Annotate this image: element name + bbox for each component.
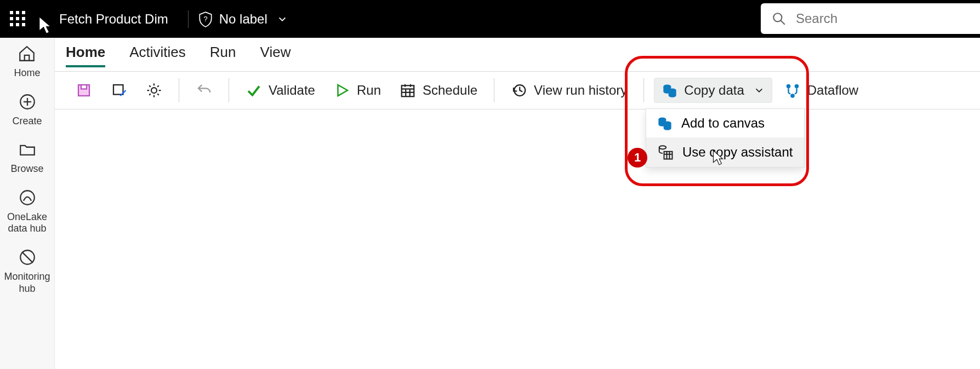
tab-run[interactable]: Run [210,44,236,67]
toolbar-separator [229,78,229,102]
validate-button[interactable]: Validate [239,79,322,102]
save-icon [76,82,92,99]
toolbar-separator [643,78,644,102]
save-edit-icon [111,82,127,99]
home-icon [18,44,36,63]
dataflow-icon [784,82,801,99]
tab-view[interactable]: View [260,44,291,67]
annotation-badge: 1 [628,148,647,168]
dropdown-use-copy-assistant[interactable]: Use copy assistant [646,137,804,167]
nav-monitoring[interactable]: Monitoring hub [0,248,54,295]
left-nav: Home Create Browse OneLake data hub Moni… [0,38,55,369]
schedule-label: Schedule [423,83,477,98]
history-icon [511,82,527,99]
svg-marker-13 [338,85,347,96]
svg-point-1 [773,13,782,21]
svg-rect-11 [113,85,123,95]
run-button[interactable]: Run [327,79,388,102]
copy-data-button[interactable]: Copy data [654,78,772,103]
calendar-icon [400,82,416,99]
dropdown-add-to-canvas[interactable]: Add to canvas [646,109,804,137]
toolbar: Validate Run Schedule View run history C… [55,71,980,109]
database-icon [657,116,673,131]
settings-button[interactable] [139,79,169,102]
dataflow-label: Dataflow [807,83,858,98]
page-title: Fetch Product Dim [59,11,168,27]
svg-rect-30 [664,152,673,159]
search-icon [772,11,786,26]
nav-label: Browse [10,163,43,175]
svg-point-26 [790,94,795,98]
check-icon [246,82,262,99]
view-history-button[interactable]: View run history [504,79,634,102]
svg-point-25 [795,84,799,89]
toolbar-separator [494,78,494,102]
tab-home[interactable]: Home [66,44,105,67]
save-button[interactable] [69,79,99,102]
ribbon-tabs: Home Activities Run View [66,44,290,67]
view-history-label: View run history [534,83,627,98]
play-icon [334,82,350,99]
save-as-button[interactable] [104,79,134,102]
svg-line-8 [22,252,33,263]
onelake-icon [18,188,37,207]
copy-data-label: Copy data [684,83,744,98]
nav-label: OneLake data hub [0,211,54,235]
svg-line-2 [780,20,785,25]
svg-rect-10 [81,85,87,89]
undo-button[interactable] [189,79,219,102]
nav-label: Create [12,116,42,128]
chevron-down-icon [754,85,764,95]
sensitivity-label-dropdown[interactable]: No label [219,11,287,27]
undo-icon [196,82,212,99]
nav-label: Home [14,67,40,79]
svg-point-6 [20,191,35,205]
folder-icon [18,140,37,159]
gear-icon [146,82,162,99]
nav-create[interactable]: Create [12,93,42,128]
copy-data-dropdown: Add to canvas Use copy assistant [646,108,805,168]
dataflow-button[interactable]: Dataflow [778,79,865,102]
search-input[interactable] [796,11,960,26]
nav-browse[interactable]: Browse [10,140,43,175]
nav-home[interactable]: Home [14,44,40,79]
nav-label: Monitoring hub [0,271,54,295]
monitoring-icon [18,248,37,267]
tab-activities[interactable]: Activities [129,44,186,67]
sensitivity-label-text: No label [219,11,267,27]
svg-text:?: ? [203,15,207,23]
chevron-down-icon [277,14,287,24]
schedule-button[interactable]: Schedule [393,79,484,102]
run-label: Run [357,83,381,98]
database-icon [662,83,677,98]
dropdown-item-label: Add to canvas [681,116,765,131]
copy-assistant-icon [657,144,674,160]
app-launcher-icon[interactable] [10,11,26,27]
plus-circle-icon [18,93,37,111]
toolbar-separator [179,78,179,102]
top-bar: Fetch Product Dim ? No label [0,0,980,38]
validate-label: Validate [269,83,315,98]
separator [188,10,189,28]
svg-rect-14 [402,85,414,96]
svg-point-29 [659,146,666,149]
nav-onelake[interactable]: OneLake data hub [0,188,54,235]
search-box[interactable] [761,3,980,34]
dropdown-item-label: Use copy assistant [682,145,793,160]
svg-point-24 [787,84,791,89]
svg-point-12 [151,88,157,93]
shield-icon: ? [198,11,213,27]
